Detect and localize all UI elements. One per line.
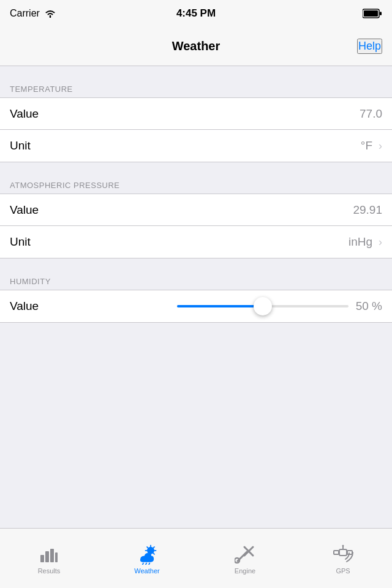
engine-icon	[234, 543, 256, 565]
help-button[interactable]: Help	[357, 39, 382, 54]
temp-unit-label: Unit	[10, 139, 31, 153]
tab-weather-label: Weather	[134, 567, 159, 575]
temp-unit-row[interactable]: Unit °F ›	[0, 130, 392, 162]
humidity-section-header: HUMIDITY	[0, 268, 392, 290]
tab-engine[interactable]: Engine	[196, 529, 294, 588]
temperature-section-header: TEMPERATURE	[0, 76, 392, 97]
weather-icon	[136, 543, 158, 565]
pressure-unit-chevron: ›	[379, 236, 382, 249]
humidity-slider-fill	[177, 305, 263, 307]
battery-icon	[363, 9, 382, 18]
svg-line-12	[147, 546, 148, 548]
pressure-unit-row[interactable]: Unit inHg ›	[0, 226, 392, 258]
tab-gps[interactable]: GPS	[294, 529, 392, 588]
status-bar: Carrier 4:45 PM	[0, 0, 392, 27]
status-bar-left: Carrier	[10, 8, 56, 19]
pressure-group: Value 29.91 Unit inHg ›	[0, 194, 392, 258]
gps-icon	[332, 543, 354, 565]
temp-value-value: 77.0	[360, 107, 382, 121]
tab-bar: Results W	[0, 528, 392, 588]
pressure-section-header: ATMOSPHERIC PRESSURE	[0, 172, 392, 194]
svg-rect-5	[50, 549, 54, 562]
svg-rect-2	[380, 12, 382, 15]
results-icon	[38, 543, 60, 565]
tab-results[interactable]: Results	[0, 529, 98, 588]
svg-rect-6	[55, 552, 58, 562]
wifi-icon	[45, 9, 56, 18]
carrier-label: Carrier	[10, 8, 40, 19]
svg-line-17	[145, 563, 146, 565]
svg-line-13	[153, 553, 154, 554]
nav-title: Weather	[172, 39, 221, 53]
humidity-group: Value 50 %	[0, 290, 392, 323]
humidity-slider-value: 50 %	[356, 300, 382, 313]
nav-bar: Weather Help	[0, 27, 392, 66]
pressure-unit-value: inHg ›	[349, 235, 382, 249]
svg-line-15	[153, 546, 154, 548]
temperature-group: Value 77.0 Unit °F ›	[0, 97, 392, 162]
temp-value-label: Value	[10, 107, 39, 121]
temp-value-row: Value 77.0	[0, 98, 392, 130]
svg-rect-23	[339, 549, 347, 556]
svg-rect-4	[45, 551, 49, 562]
svg-line-16	[142, 563, 143, 565]
svg-rect-25	[347, 551, 352, 554]
status-bar-right	[363, 9, 382, 18]
humidity-slider-track[interactable]	[177, 305, 349, 307]
humidity-slider-container[interactable]: 50 %	[177, 300, 382, 313]
humidity-slider-thumb[interactable]	[254, 297, 272, 315]
temp-unit-value: °F ›	[361, 139, 382, 153]
temp-unit-chevron: ›	[379, 140, 382, 153]
status-bar-time: 4:45 PM	[176, 7, 216, 20]
pressure-value-row: Value 29.91	[0, 194, 392, 226]
pressure-value-value: 29.91	[353, 203, 382, 217]
tab-engine-label: Engine	[235, 567, 255, 575]
svg-rect-24	[334, 551, 339, 554]
humidity-value-row: Value 50 %	[0, 290, 392, 322]
svg-line-18	[149, 563, 150, 565]
svg-point-27	[342, 545, 344, 546]
svg-rect-3	[40, 555, 44, 562]
tab-gps-label: GPS	[336, 567, 350, 575]
humidity-value-label: Value	[10, 300, 39, 313]
svg-rect-1	[364, 10, 378, 17]
tab-results-label: Results	[38, 567, 61, 575]
pressure-value-label: Value	[10, 203, 39, 217]
main-content: TEMPERATURE Value 77.0 Unit °F › ATMOSPH…	[0, 66, 392, 528]
tab-weather[interactable]: Weather	[98, 529, 196, 588]
pressure-unit-label: Unit	[10, 235, 31, 249]
